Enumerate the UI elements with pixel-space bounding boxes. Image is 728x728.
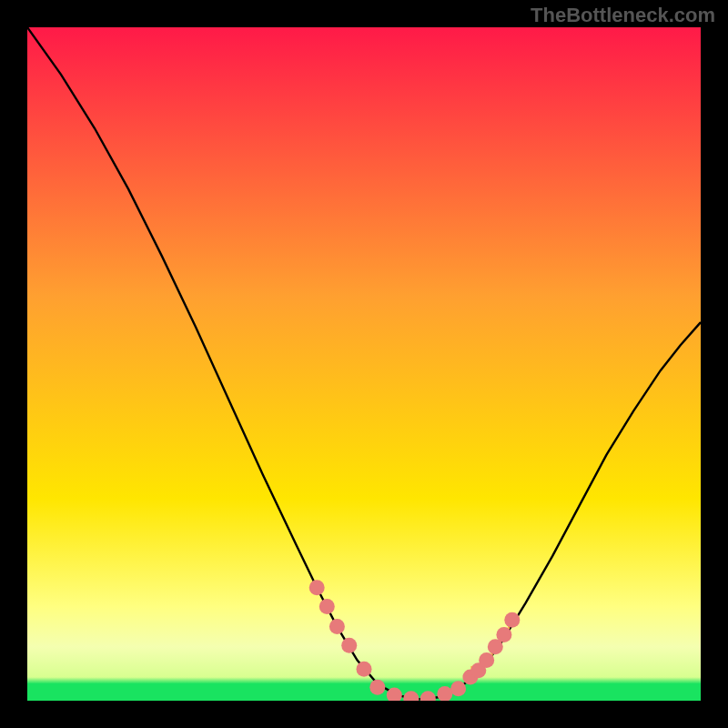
data-marker [357,662,372,677]
data-marker [504,612,520,628]
data-marker [496,627,511,642]
bottleneck-chart [27,27,701,701]
data-marker [479,652,494,668]
data-marker [450,681,466,696]
watermark-text: TheBottleneck.com [531,4,715,27]
data-marker [341,638,357,653]
data-marker [309,580,325,595]
chart-svg [27,27,701,701]
gradient-background [27,27,701,701]
data-marker [329,619,345,634]
data-marker [319,599,335,614]
data-marker [369,680,385,695]
